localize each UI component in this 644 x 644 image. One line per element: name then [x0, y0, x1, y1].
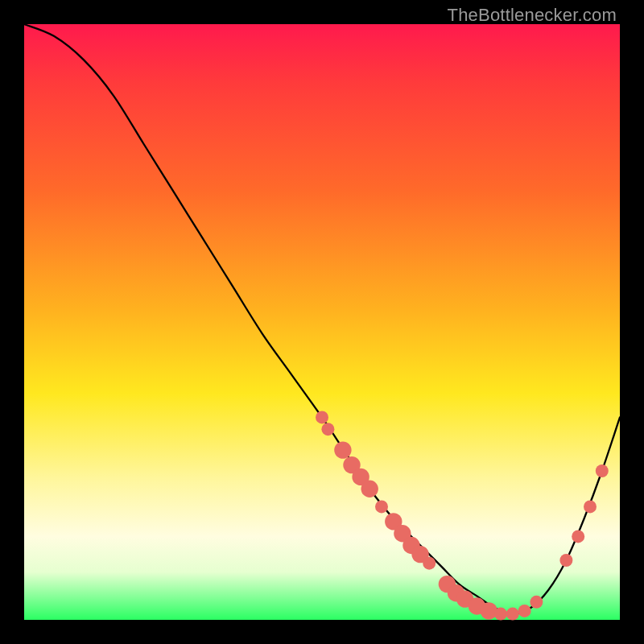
curve-marker [530, 596, 543, 609]
curve-markers [316, 411, 609, 620]
curve-marker [494, 608, 507, 621]
curve-marker [481, 602, 497, 619]
curve-marker [596, 464, 609, 477]
curve-svg [24, 24, 620, 620]
curve-marker [321, 423, 334, 436]
curve-marker [316, 411, 328, 423]
chart-plot-area [24, 24, 620, 620]
curve-marker [361, 481, 378, 497]
curve-marker [559, 554, 572, 567]
watermark-text: TheBottlenecker.com [448, 5, 617, 26]
curve-marker [584, 500, 597, 513]
curve-marker [506, 608, 519, 621]
curve-marker [572, 530, 584, 543]
bottleneck-curve [24, 24, 620, 614]
curve-marker [423, 557, 436, 570]
curve-marker [375, 500, 388, 513]
curve-marker [334, 441, 351, 458]
curve-marker [518, 605, 531, 617]
